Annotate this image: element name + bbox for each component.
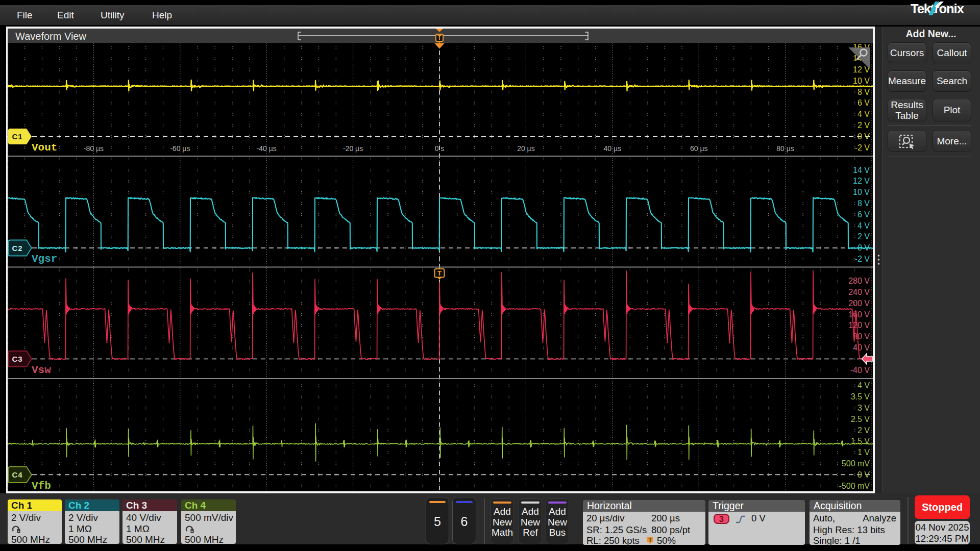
svg-text:12 V: 12 V xyxy=(853,177,870,185)
svg-text:80 V: 80 V xyxy=(853,332,870,341)
svg-text:Vout: Vout xyxy=(32,142,57,154)
svg-text:C3: C3 xyxy=(12,355,22,363)
svg-text:40 µs: 40 µs xyxy=(604,144,622,153)
svg-text:4 V: 4 V xyxy=(857,221,870,230)
svg-text:0 V: 0 V xyxy=(857,470,870,479)
svg-text:1 V: 1 V xyxy=(857,448,870,457)
svg-text:120 V: 120 V xyxy=(848,321,870,330)
svg-text:2 V: 2 V xyxy=(857,121,870,130)
svg-text:8 V: 8 V xyxy=(857,199,870,208)
svg-text:-40 µs: -40 µs xyxy=(257,144,277,153)
svg-text:2 V: 2 V xyxy=(857,426,870,435)
svg-text:3 V: 3 V xyxy=(857,404,870,412)
svg-text:C4: C4 xyxy=(12,470,22,479)
svg-text:Vgsr: Vgsr xyxy=(32,253,57,265)
svg-text:60 µs: 60 µs xyxy=(690,144,708,153)
svg-text:6 V: 6 V xyxy=(857,98,870,107)
svg-text:-500 mV: -500 mV xyxy=(839,482,870,490)
svg-text:-40 V: -40 V xyxy=(850,366,870,374)
svg-text:4 V: 4 V xyxy=(857,110,870,118)
svg-text:-2 V: -2 V xyxy=(855,143,870,152)
svg-text:T: T xyxy=(648,537,651,543)
svg-text:6 V: 6 V xyxy=(857,210,870,219)
svg-text:200 V: 200 V xyxy=(848,299,870,308)
svg-text:-80 µs: -80 µs xyxy=(84,144,104,153)
svg-text:0 s: 0 s xyxy=(435,144,445,153)
svg-text:3.5 V: 3.5 V xyxy=(851,392,870,401)
svg-text:C1: C1 xyxy=(12,132,22,141)
svg-text:12 V: 12 V xyxy=(853,65,870,74)
svg-text:500 mV: 500 mV xyxy=(842,459,870,468)
svg-text:20 µs: 20 µs xyxy=(517,144,535,153)
svg-text:Vsw: Vsw xyxy=(32,364,51,376)
svg-text:-20 µs: -20 µs xyxy=(343,144,363,153)
svg-text:8 V: 8 V xyxy=(857,88,870,96)
svg-text:80 µs: 80 µs xyxy=(776,144,794,153)
svg-text:-2 V: -2 V xyxy=(855,255,870,263)
svg-text:10 V: 10 V xyxy=(853,77,870,85)
svg-text:C2: C2 xyxy=(12,244,22,253)
svg-text:-60 µs: -60 µs xyxy=(170,144,190,153)
svg-text:2 V: 2 V xyxy=(857,232,870,241)
svg-text:160 V: 160 V xyxy=(848,310,870,319)
svg-text:40 V: 40 V xyxy=(853,343,870,352)
svg-text:240 V: 240 V xyxy=(848,288,870,296)
svg-text:4 V: 4 V xyxy=(857,381,870,390)
svg-text:0 V: 0 V xyxy=(857,132,870,141)
svg-text:10 V: 10 V xyxy=(853,188,870,196)
svg-text:280 V: 280 V xyxy=(848,277,870,285)
svg-text:T: T xyxy=(437,269,442,277)
svg-text:14 V: 14 V xyxy=(853,166,870,174)
svg-text:T: T xyxy=(437,34,442,41)
svg-text:Vfb: Vfb xyxy=(32,480,51,492)
svg-text:2.5 V: 2.5 V xyxy=(851,415,870,423)
